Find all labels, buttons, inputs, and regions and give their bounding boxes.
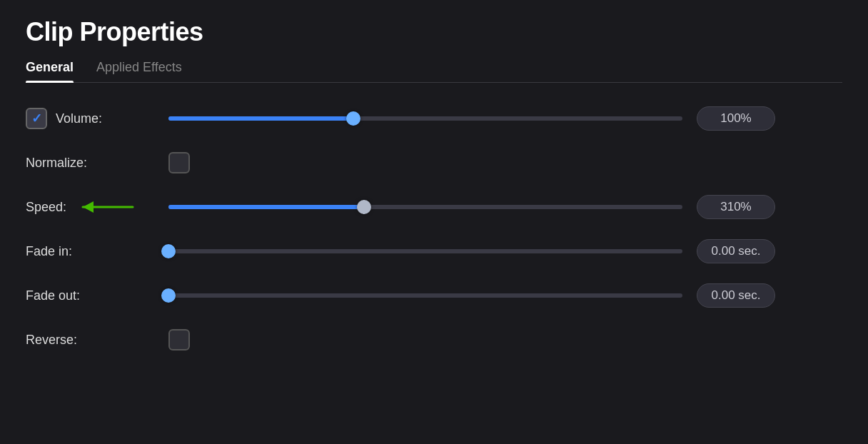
volume-fill: [168, 116, 353, 121]
speed-fill: [168, 205, 364, 209]
volume-label: ✓ Volume:: [26, 108, 168, 129]
speed-arrow-annotation: [72, 194, 136, 220]
fade-out-thumb[interactable]: [161, 288, 176, 303]
fade-in-control: 0.00 sec.: [168, 239, 775, 263]
speed-control: 310%: [168, 195, 775, 219]
volume-track: [168, 116, 682, 121]
fade-out-value: 0.00 sec.: [697, 283, 775, 308]
page-title: Clip Properties: [26, 17, 842, 47]
volume-thumb[interactable]: [346, 111, 360, 126]
fade-out-control: 0.00 sec.: [168, 283, 775, 308]
volume-control: 100%: [168, 106, 775, 131]
speed-thumb[interactable]: [357, 200, 371, 214]
volume-row: ✓ Volume: 100%: [26, 103, 775, 134]
volume-checkbox[interactable]: ✓: [26, 108, 47, 129]
reverse-control: [168, 329, 775, 350]
speed-value: 310%: [697, 195, 775, 219]
normalize-label: Normalize:: [26, 156, 168, 171]
tabs-container: General Applied Effects: [26, 60, 842, 83]
fade-in-label: Fade in:: [26, 244, 168, 259]
volume-slider[interactable]: [168, 111, 682, 126]
reverse-label: Reverse:: [26, 333, 168, 348]
speed-track: [168, 205, 682, 209]
properties-panel: ✓ Volume: 100% Normalize: Speed:: [26, 103, 775, 355]
reverse-checkbox[interactable]: [168, 329, 190, 350]
speed-slider[interactable]: [168, 200, 682, 214]
normalize-row: Normalize:: [26, 147, 775, 178]
fade-in-thumb[interactable]: [161, 244, 176, 258]
fade-out-label: Fade out:: [26, 288, 168, 303]
fade-out-track: [168, 293, 682, 298]
normalize-checkbox[interactable]: [168, 152, 190, 173]
fade-in-value: 0.00 sec.: [697, 239, 775, 263]
volume-value: 100%: [697, 106, 775, 131]
fade-in-track: [168, 249, 682, 253]
speed-row: Speed: 310%: [26, 191, 775, 223]
tab-applied-effects[interactable]: Applied Effects: [96, 60, 182, 82]
speed-label: Speed:: [26, 194, 168, 220]
normalize-control: [168, 152, 775, 173]
svg-marker-0: [83, 201, 94, 213]
reverse-row: Reverse:: [26, 324, 775, 355]
fade-in-row: Fade in: 0.00 sec.: [26, 236, 775, 267]
fade-in-slider[interactable]: [168, 244, 682, 258]
checkmark-icon: ✓: [31, 111, 42, 126]
fade-out-slider[interactable]: [168, 288, 682, 303]
tab-general[interactable]: General: [26, 60, 74, 82]
fade-out-row: Fade out: 0.00 sec.: [26, 280, 775, 311]
